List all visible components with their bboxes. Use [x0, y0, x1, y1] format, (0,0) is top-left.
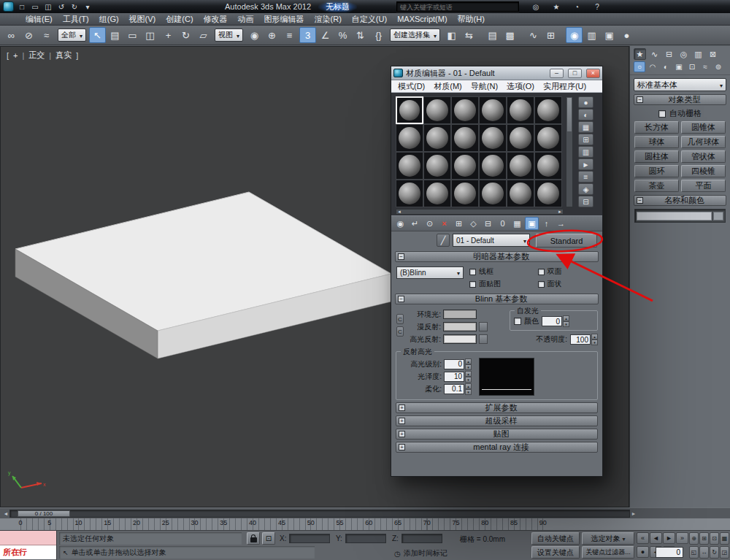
material-name-dropdown[interactable]: 01 - Default: [453, 234, 530, 247]
glossiness-value[interactable]: 10: [444, 372, 464, 382]
infocenter-search[interactable]: [396, 1, 519, 12]
self-illum-color-checkbox[interactable]: [514, 318, 521, 325]
unlink-selection-icon[interactable]: ⊘: [20, 27, 37, 43]
bind-to-space-warp-icon[interactable]: ≈: [38, 27, 55, 43]
search-icon[interactable]: ◎: [530, 1, 542, 12]
select-object-icon[interactable]: ↖: [89, 27, 106, 43]
checkbox[interactable]: [469, 269, 476, 275]
primitive-button[interactable]: 茶壶: [634, 180, 679, 192]
material-sample-slot[interactable]: [451, 180, 479, 207]
edit-named-sets-icon[interactable]: {}: [370, 27, 387, 43]
menu-item[interactable]: 编辑(E): [20, 13, 58, 25]
zoom-icon[interactable]: ⊕: [689, 532, 699, 545]
material-type-button[interactable]: Standard: [536, 234, 597, 248]
self-illum-value[interactable]: 0: [542, 316, 562, 326]
recent-clock-icon[interactable]: ◔: [571, 1, 583, 12]
glossiness-spinner[interactable]: 10: [444, 371, 472, 383]
show-map-in-viewport-icon[interactable]: ▦: [510, 217, 524, 230]
shader-option[interactable]: 线框: [469, 266, 529, 277]
collapse-icon[interactable]: [637, 197, 643, 204]
material-sample-slot[interactable]: [423, 152, 451, 180]
diffuse-color-swatch[interactable]: [443, 322, 477, 331]
spinner-down-icon[interactable]: [465, 389, 472, 395]
material-sample-slot[interactable]: [423, 124, 451, 152]
expand-icon[interactable]: [399, 418, 405, 424]
material-sample-slot[interactable]: [507, 180, 534, 207]
pick-material-eyedropper-icon[interactable]: [437, 234, 450, 247]
background-icon[interactable]: ▦: [578, 121, 593, 133]
menu-item[interactable]: 导航(N): [466, 80, 502, 92]
viewport-shading-label[interactable]: 真实: [54, 50, 73, 61]
z-coordinate-field[interactable]: [402, 534, 442, 543]
soften-spinner[interactable]: 0.1: [444, 383, 472, 395]
graphite-ribbon-icon[interactable]: ▩: [502, 27, 518, 43]
options-icon[interactable]: ≡: [578, 171, 593, 183]
menu-item[interactable]: 修改器: [199, 13, 233, 25]
autogrid-checkbox[interactable]: [658, 110, 666, 118]
ambient-diffuse-lock-icon[interactable]: [396, 314, 404, 324]
redo-icon[interactable]: ↻: [69, 1, 80, 12]
menu-item[interactable]: 渲染(R): [310, 13, 347, 25]
track-bar[interactable]: 051015202530354045505560657075808590: [0, 518, 730, 531]
expand-icon[interactable]: [399, 404, 405, 411]
video-color-check-icon[interactable]: ▥: [578, 146, 593, 158]
spinner-up-icon[interactable]: [591, 334, 598, 340]
go-to-parent-icon[interactable]: ↑: [539, 217, 553, 230]
specular-level-spinner[interactable]: 0: [444, 358, 472, 370]
render-production-icon[interactable]: ●: [618, 27, 635, 43]
select-and-rotate-icon[interactable]: ↻: [177, 27, 194, 43]
menu-item[interactable]: MAXScript(M): [392, 13, 452, 25]
name-input[interactable]: [637, 212, 712, 220]
hierarchy-tab-icon[interactable]: ⊟: [663, 48, 675, 60]
material-sample-slot[interactable]: [479, 152, 507, 180]
menu-item[interactable]: 实用程序(U): [539, 80, 591, 92]
material-editor-icon[interactable]: ◉: [566, 27, 583, 43]
listener-macro-pane[interactable]: [0, 531, 56, 545]
time-slider-track[interactable]: 0 / 100: [9, 510, 630, 518]
collapse-icon[interactable]: [398, 253, 404, 260]
menu-item[interactable]: 模式(D): [393, 80, 429, 92]
primitive-button[interactable]: 球体: [634, 136, 679, 148]
collapse-icon[interactable]: [637, 96, 643, 103]
application-button-icon[interactable]: [3, 1, 14, 12]
add-time-tag[interactable]: 添加时间标记: [394, 548, 447, 559]
select-and-scale-icon[interactable]: ▱: [195, 27, 212, 43]
opacity-value[interactable]: 100: [570, 334, 591, 345]
assign-to-selection-icon[interactable]: ⊙: [423, 217, 437, 230]
shader-type-dropdown[interactable]: (B)Blinn: [396, 266, 464, 279]
systems-icon[interactable]: ⊚: [712, 61, 724, 72]
material-sample-slot[interactable]: [479, 180, 507, 207]
maxscript-mini-listener[interactable]: 所在行: [0, 531, 57, 560]
shader-option[interactable]: 面贴图: [469, 279, 529, 289]
checkbox[interactable]: [538, 281, 545, 288]
save-file-icon[interactable]: ◫: [42, 1, 54, 12]
shader-basic-params-rollout[interactable]: 明暗器基本参数: [395, 251, 599, 262]
make-unique-icon[interactable]: ◇: [466, 217, 480, 230]
help-icon[interactable]: ?: [591, 1, 603, 12]
scroll-right-icon[interactable]: [558, 210, 562, 214]
current-frame-field[interactable]: 0: [656, 547, 683, 558]
checkbox[interactable]: [538, 269, 545, 275]
search-input[interactable]: [397, 3, 518, 12]
menu-item[interactable]: 选项(O): [502, 80, 539, 92]
reference-coordinate-dropdown[interactable]: 视图: [215, 28, 243, 42]
name-color-rollout[interactable]: 名称和颜色: [634, 195, 726, 206]
material-sample-slot[interactable]: [479, 124, 507, 152]
menu-item[interactable]: 视图(V): [124, 13, 161, 25]
sample-type-icon[interactable]: ●: [578, 96, 593, 108]
key-mode-dropdown[interactable]: 选定对象: [582, 532, 634, 545]
material-sample-slot[interactable]: [534, 96, 562, 124]
set-key-button[interactable]: 设置关键点: [531, 546, 580, 559]
material-sample-slot[interactable]: [451, 96, 479, 124]
key-mode-toggle-icon[interactable]: ●: [637, 546, 649, 558]
scroll-left-icon[interactable]: [397, 210, 402, 214]
material-sample-slot[interactable]: [423, 96, 451, 124]
menu-item[interactable]: 帮助(H): [453, 13, 490, 25]
keyboard-override-icon[interactable]: ≡: [281, 27, 298, 43]
spinner-down-icon[interactable]: [591, 340, 598, 345]
material-sample-slot[interactable]: [396, 124, 423, 152]
spinner-up-icon[interactable]: [563, 315, 569, 321]
expand-icon[interactable]: [399, 431, 405, 437]
menu-item[interactable]: 组(G): [94, 13, 124, 25]
material-sample-slot[interactable]: [396, 96, 423, 124]
